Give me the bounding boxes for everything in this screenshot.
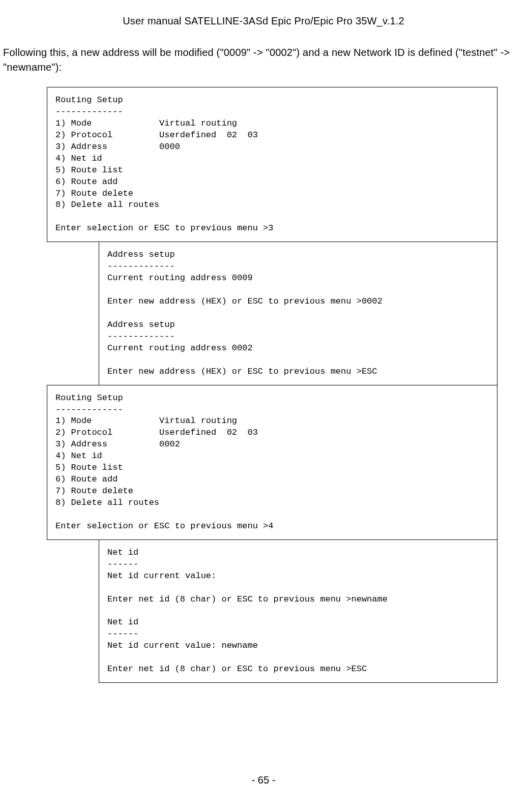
terminal-box-address-setup: Address setup ------------- Current rout… bbox=[99, 242, 497, 385]
terminal-box-routing-setup-2: Routing Setup ------------- 1) Mode Virt… bbox=[47, 385, 497, 540]
terminal-box-net-id: Net id ------ Net id current value: Ente… bbox=[99, 539, 497, 683]
page-header-title: User manual SATELLINE-3ASd Epic Pro/Epic… bbox=[0, 15, 527, 27]
page-number: - 65 - bbox=[0, 774, 527, 786]
intro-paragraph: Following this, a new address will be mo… bbox=[0, 45, 527, 75]
terminal-box-routing-setup-1: Routing Setup ------------- 1) Mode Virt… bbox=[47, 87, 497, 242]
